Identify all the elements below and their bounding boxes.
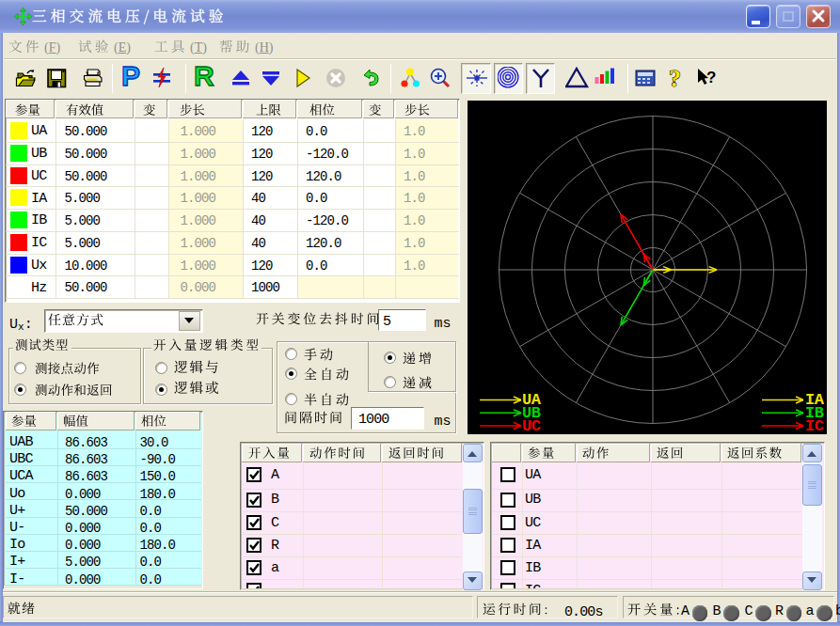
svg-text:?: ? <box>669 65 681 92</box>
svg-text:UC: UC <box>522 417 541 435</box>
svg-text:IC: IC <box>805 417 824 435</box>
svg-text:?: ? <box>706 69 716 86</box>
